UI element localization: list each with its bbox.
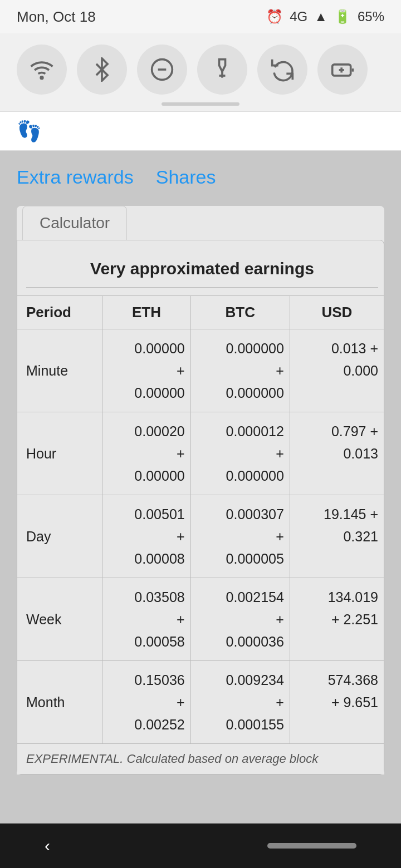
calculator-tab[interactable]: Calculator bbox=[22, 206, 127, 240]
quick-settings-panel bbox=[0, 33, 401, 112]
table-row: Day0.00501+0.000080.000307+0.00000519.14… bbox=[17, 495, 384, 578]
cell-eth: 0.00020+0.00000 bbox=[102, 412, 190, 495]
footsteps-icon: 👣 bbox=[17, 120, 42, 143]
battery-saver-button[interactable] bbox=[317, 45, 368, 95]
alarm-icon: ⏰ bbox=[266, 9, 283, 24]
tab-shares[interactable]: Shares bbox=[156, 166, 216, 190]
col-btc: BTC bbox=[190, 296, 290, 329]
table-column-headers: Period ETH BTC USD bbox=[17, 296, 384, 329]
earnings-table: Very approximated earnings Period ETH BT… bbox=[17, 240, 384, 743]
table-row: Month0.15036+0.002520.009234+0.000155574… bbox=[17, 661, 384, 744]
cell-eth: 0.00000+0.00000 bbox=[102, 329, 190, 412]
cell-eth: 0.00501+0.00008 bbox=[102, 495, 190, 578]
signal-icon: ▲ bbox=[314, 9, 327, 24]
cell-eth: 0.03508+0.00058 bbox=[102, 578, 190, 661]
cell-usd: 0.797 +0.013 bbox=[290, 412, 384, 495]
col-eth: ETH bbox=[102, 296, 190, 329]
cell-period: Week bbox=[17, 578, 102, 661]
cell-period: Month bbox=[17, 661, 102, 744]
cell-usd: 0.013 +0.000 bbox=[290, 329, 384, 412]
table-row: Week0.03508+0.000580.002154+0.000036134.… bbox=[17, 578, 384, 661]
card-body: Very approximated earnings Period ETH BT… bbox=[17, 240, 384, 775]
cell-period: Hour bbox=[17, 412, 102, 495]
status-icons: ⏰ 4G ▲ 🔋 65% bbox=[266, 9, 384, 24]
tab-extra-rewards[interactable]: Extra rewards bbox=[17, 166, 134, 190]
back-button[interactable]: ‹ bbox=[45, 836, 50, 855]
cell-btc: 0.000000+0.000000 bbox=[190, 329, 290, 412]
tab-navigation: Extra rewards Shares bbox=[17, 162, 384, 195]
cell-period: Day bbox=[17, 495, 102, 578]
cell-btc: 0.000307+0.000005 bbox=[190, 495, 290, 578]
experimental-footer: EXPERIMENTAL. Calculated based on averag… bbox=[17, 743, 384, 774]
cell-usd: 574.368+ 9.651 bbox=[290, 661, 384, 744]
col-usd: USD bbox=[290, 296, 384, 329]
bluetooth-button[interactable] bbox=[77, 45, 127, 95]
quick-settings-row bbox=[17, 45, 384, 95]
notification-bar: 👣 bbox=[0, 112, 401, 151]
calculator-card: Calculator Very approximated earnings Pe… bbox=[17, 206, 384, 775]
cell-btc: 0.009234+0.000155 bbox=[190, 661, 290, 744]
signal-label: 4G bbox=[290, 9, 307, 24]
svg-point-0 bbox=[41, 77, 43, 79]
cell-period: Minute bbox=[17, 329, 102, 412]
main-content: Extra rewards Shares Calculator Very app… bbox=[0, 151, 401, 868]
qs-divider bbox=[162, 102, 239, 106]
battery-label: 65% bbox=[358, 9, 384, 24]
table-header-row: Very approximated earnings bbox=[17, 240, 384, 296]
col-period: Period bbox=[17, 296, 102, 329]
status-bar: Mon, Oct 18 ⏰ 4G ▲ 🔋 65% bbox=[0, 0, 401, 33]
cell-btc: 0.002154+0.000036 bbox=[190, 578, 290, 661]
table-row: Hour0.00020+0.000000.000012+0.0000000.79… bbox=[17, 412, 384, 495]
svg-marker-3 bbox=[219, 60, 226, 72]
status-time: Mon, Oct 18 bbox=[17, 8, 96, 26]
wifi-button[interactable] bbox=[17, 45, 67, 95]
rotate-button[interactable] bbox=[257, 45, 307, 95]
cell-btc: 0.000012+0.000000 bbox=[190, 412, 290, 495]
bottom-nav: ‹ bbox=[0, 823, 401, 868]
home-indicator[interactable] bbox=[267, 843, 356, 849]
battery-icon: 🔋 bbox=[334, 9, 351, 24]
cell-usd: 134.019+ 2.251 bbox=[290, 578, 384, 661]
cell-usd: 19.145 +0.321 bbox=[290, 495, 384, 578]
table-title: Very approximated earnings bbox=[17, 240, 384, 296]
cell-eth: 0.15036+0.00252 bbox=[102, 661, 190, 744]
flashlight-button[interactable] bbox=[197, 45, 247, 95]
dnd-button[interactable] bbox=[137, 45, 187, 95]
table-row: Minute0.00000+0.000000.000000+0.0000000.… bbox=[17, 329, 384, 412]
